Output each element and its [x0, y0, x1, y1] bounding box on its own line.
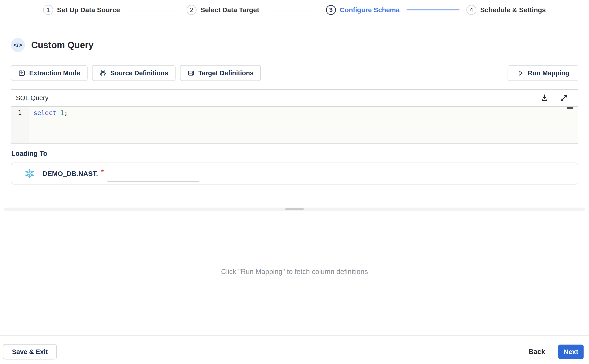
target-definitions-button[interactable]: Target Definitions — [180, 65, 261, 81]
toolbar: Extraction Mode Source Definitions Targe… — [11, 65, 578, 81]
play-icon — [517, 69, 524, 77]
next-button[interactable]: Next — [558, 344, 583, 359]
step-schedule-settings[interactable]: 4 Schedule & Settings — [466, 5, 546, 15]
sql-query-panel: SQL Query — [11, 89, 578, 143]
sql-number-token: 1 — [60, 109, 64, 117]
required-marker: * — [101, 168, 104, 176]
expand-icon — [560, 94, 568, 102]
step-3-circle: 3 — [326, 5, 336, 15]
step-configure-schema[interactable]: 3 Configure Schema — [326, 5, 400, 15]
footer-bar: Save & Exit Back Next — [0, 336, 589, 364]
step-connector — [127, 10, 180, 10]
step-3-label: Configure Schema — [340, 6, 400, 14]
source-definitions-button[interactable]: Source Definitions — [92, 65, 176, 81]
step-2-label: Select Data Target — [200, 6, 259, 14]
wizard-stepper: 1 Set Up Data Source 2 Select Data Targe… — [0, 0, 589, 20]
run-mapping-label: Run Mapping — [528, 69, 569, 77]
step-4-circle: 4 — [466, 5, 476, 15]
expand-editor-button[interactable] — [560, 94, 568, 102]
source-definitions-label: Source Definitions — [110, 69, 168, 77]
configure-schema-page: 1 Set Up Data Source 2 Select Data Targe… — [0, 0, 589, 364]
step-1-circle: 1 — [43, 5, 53, 15]
database-icon — [187, 69, 195, 77]
code-icon: </> — [11, 38, 25, 52]
download-icon — [540, 94, 549, 102]
sql-code-editor[interactable]: 1 select 1; — [11, 106, 578, 143]
step-select-data-target[interactable]: 2 Select Data Target — [187, 5, 259, 15]
destination-prefix: DEMO_DB.NAST. — [43, 170, 98, 177]
sql-query-actions — [540, 94, 568, 102]
panel-resize-divider[interactable] — [4, 208, 585, 211]
run-mapping-hint: Click "Run Mapping" to fetch column defi… — [0, 268, 589, 276]
target-definitions-label: Target Definitions — [198, 69, 254, 77]
download-query-button[interactable] — [540, 94, 549, 102]
sql-punctuation-token: ; — [64, 109, 68, 117]
page-title: Custom Query — [31, 40, 94, 50]
download-box-icon — [18, 69, 26, 77]
step-connector-active — [406, 9, 460, 10]
step-4-label: Schedule & Settings — [480, 6, 546, 14]
editor-scrollbar-thumb[interactable] — [567, 107, 573, 109]
sql-keyword-token: select — [33, 109, 60, 117]
editor-line-number-gutter: 1 — [11, 107, 28, 143]
snowflake-icon — [24, 169, 35, 179]
code-line[interactable]: select 1; — [28, 107, 578, 143]
line-number: 1 — [11, 109, 28, 117]
loading-to-card: DEMO_DB.NAST. * — [11, 162, 578, 184]
sql-query-header: SQL Query — [11, 90, 578, 106]
step-2-circle: 2 — [187, 5, 196, 15]
run-mapping-button[interactable]: Run Mapping — [508, 65, 578, 81]
sql-query-title: SQL Query — [16, 94, 48, 102]
loading-to-label: Loading To — [11, 150, 47, 157]
page-title-row: </> Custom Query — [11, 38, 94, 52]
resize-handle[interactable] — [285, 208, 304, 210]
step-1-label: Set Up Data Source — [57, 6, 120, 14]
table-name-input[interactable] — [107, 171, 199, 182]
extraction-mode-label: Extraction Mode — [29, 69, 80, 77]
back-button[interactable]: Back — [528, 344, 545, 359]
extraction-mode-button[interactable]: Extraction Mode — [11, 65, 88, 81]
sliders-icon — [99, 69, 107, 77]
step-set-up-data-source[interactable]: 1 Set Up Data Source — [43, 5, 120, 15]
step-connector — [266, 10, 319, 10]
save-exit-button[interactable]: Save & Exit — [3, 344, 57, 359]
